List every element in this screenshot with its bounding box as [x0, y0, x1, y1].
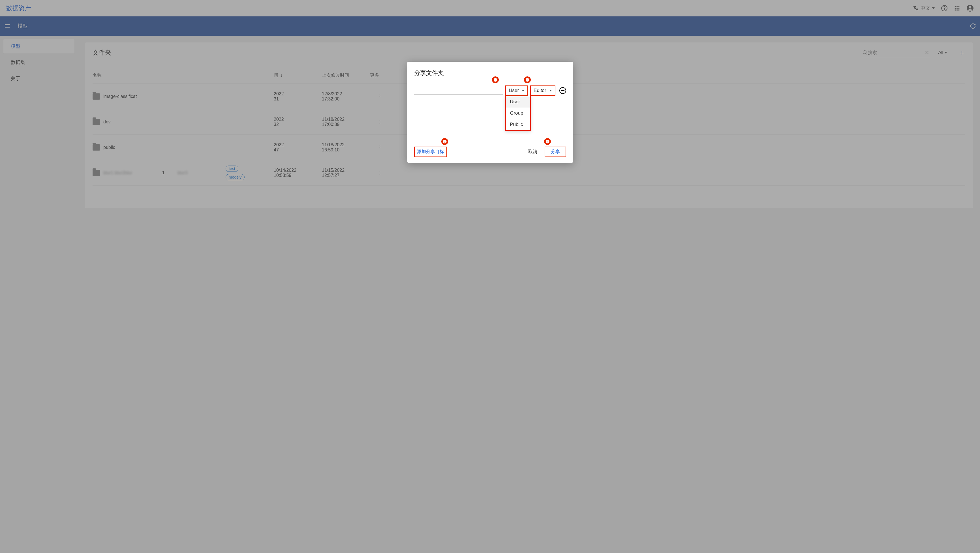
cancel-button[interactable]: 取消 [526, 147, 539, 156]
chevron-down-icon [522, 90, 525, 91]
share-role-value: Editor [534, 88, 546, 94]
share-button[interactable]: 分享 [545, 146, 566, 157]
share-target-row: User User Group Public Editor ❷ ❸ [414, 86, 566, 96]
dropdown-option-public[interactable]: Public [506, 119, 530, 130]
share-type-value: User [509, 88, 519, 94]
annotation-2: ❷ [492, 76, 499, 83]
dialog-title: 分享文件夹 [414, 69, 566, 77]
add-share-target-button[interactable]: 添加分享目标 [414, 146, 447, 157]
dropdown-option-user[interactable]: User [506, 96, 530, 108]
share-target-input[interactable] [414, 87, 503, 95]
share-role-select[interactable]: Editor [530, 86, 555, 96]
modal-overlay: 分享文件夹 User User Group Public Editor [0, 0, 980, 553]
share-type-select[interactable]: User [505, 86, 528, 96]
dropdown-option-group[interactable]: Group [506, 108, 530, 119]
remove-target-button[interactable] [559, 87, 566, 94]
share-dialog: 分享文件夹 User User Group Public Editor [407, 62, 573, 163]
annotation-4: ❹ [544, 138, 551, 145]
annotation-3: ❸ [524, 76, 531, 83]
dialog-footer: 添加分享目标 ❶ 取消 分享 ❹ [414, 146, 566, 157]
annotation-1: ❶ [441, 138, 448, 145]
chevron-down-icon [549, 90, 552, 91]
share-type-dropdown: User Group Public [505, 96, 531, 131]
